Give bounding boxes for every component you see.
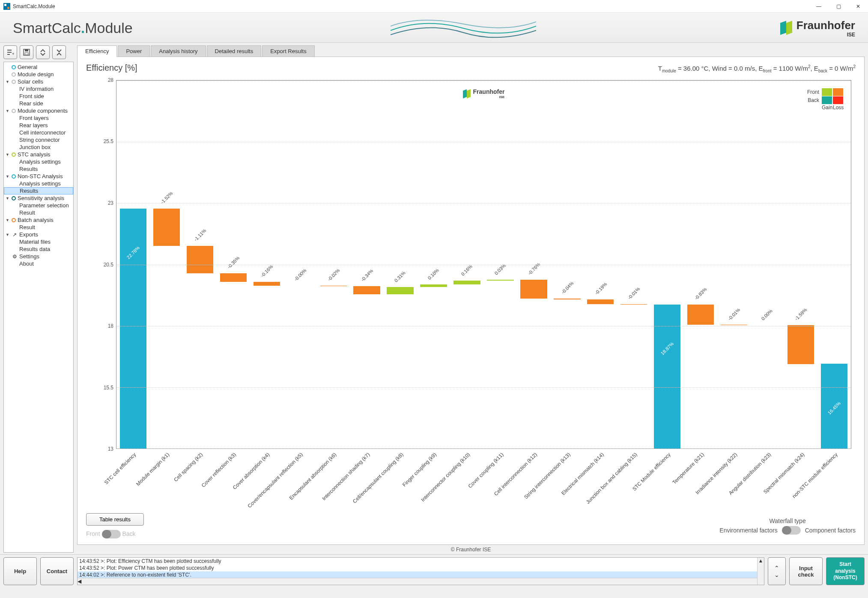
tab-analysis-history[interactable]: Analysis history (151, 45, 206, 57)
expand-all-button[interactable] (36, 45, 50, 59)
main-body: + GeneralModule design▼Solar cellsIV inf… (0, 43, 868, 554)
tab-detailed-results[interactable]: Detailed results (207, 45, 262, 57)
bar-13 (554, 299, 580, 299)
bar-value-label: 0.16% (460, 264, 473, 277)
nav-item-rear-side[interactable]: Rear side (4, 100, 73, 107)
nav-item-general[interactable]: General (4, 63, 73, 71)
nav-item-results[interactable]: Results (4, 165, 73, 173)
nav-tree[interactable]: GeneralModule design▼Solar cellsIV infor… (3, 62, 74, 553)
bar-4 (254, 282, 280, 286)
bar-value-label: -0.76% (527, 262, 541, 276)
nav-item-non-stc-analysis[interactable]: ▼Non-STC Analysis (4, 173, 73, 180)
nav-item-stc-analysis[interactable]: ▼STC analysis (4, 151, 73, 158)
bar-9 (420, 284, 447, 287)
nav-item-result[interactable]: Result (4, 224, 73, 231)
tab-power[interactable]: Power (118, 45, 150, 57)
log-panel[interactable]: 14:43:52 >: Plot: Efficiency CTM has bee… (77, 557, 764, 585)
tab-efficiency[interactable]: Efficiency (77, 45, 117, 57)
table-results-button[interactable]: Table results (86, 513, 144, 526)
nav-item-about[interactable]: About (4, 260, 73, 267)
bar-value-label: -0.35% (227, 255, 241, 269)
bar-value-label: -1.59% (794, 307, 808, 321)
bar-10 (453, 281, 480, 284)
collapse-all-button[interactable] (52, 45, 66, 59)
nav-item-rear-layers[interactable]: Rear layers (4, 122, 73, 129)
nav-item-result[interactable]: Result (4, 209, 73, 216)
status-bar: Help Contact 14:43:52 >: Plot: Efficienc… (0, 554, 868, 588)
minimize-button[interactable]: — (809, 0, 829, 13)
nav-item-material-files[interactable]: Material files (4, 238, 73, 245)
close-button[interactable]: ✕ (848, 0, 868, 13)
svg-text:+: + (12, 51, 14, 56)
contact-button[interactable]: Contact (40, 557, 74, 585)
bar-value-label: -0.83% (694, 287, 708, 301)
log-scrollbar-h[interactable]: ◀ (78, 578, 757, 585)
nav-item-results-data[interactable]: Results data (4, 245, 73, 253)
svg-rect-3 (7, 50, 12, 51)
bar-20 (787, 325, 814, 364)
nav-item-parameter-selection[interactable]: Parameter selection (4, 202, 73, 209)
nav-item-iv-information[interactable]: IV information (4, 85, 73, 93)
sidebar: + GeneralModule design▼Solar cellsIV inf… (0, 43, 75, 554)
tab-bar: EfficiencyPowerAnalysis historyDetailed … (77, 45, 865, 57)
bar-value-label: -0.19% (594, 281, 608, 296)
chart-conditions: Tmodule = 36.00 °C, Wind = 0.0 m/s, Efro… (658, 64, 856, 73)
start-analysis-button[interactable]: Start analysis (NonSTC) (826, 557, 865, 585)
bar-3 (220, 273, 247, 282)
log-scrollbar-v[interactable]: ▲ (757, 558, 764, 585)
nav-item-batch-analysis[interactable]: ▼Batch analysis (4, 216, 73, 224)
nav-item-solar-cells[interactable]: ▼Solar cells (4, 78, 73, 85)
nav-item-settings[interactable]: ⚙Settings (4, 253, 73, 260)
fraunhofer-logo: FraunhoferISE (780, 19, 855, 37)
main-panel: EfficiencyPowerAnalysis historyDetailed … (75, 43, 868, 554)
bar-2 (187, 246, 213, 273)
log-line: 14:43:52 >: Plot: Power CTM has been plo… (78, 565, 764, 571)
list-plus-button[interactable]: + (3, 45, 17, 59)
nav-item-cell-interconnector[interactable]: Cell interconnector (4, 129, 73, 136)
nav-item-sensitivity-analysis[interactable]: ▼Sensitivity analysis (4, 194, 73, 202)
help-button[interactable]: Help (3, 557, 37, 585)
log-line: 14:44:02 >: Reference to non-existent fi… (78, 571, 764, 578)
input-check-button[interactable]: Input check (789, 557, 823, 585)
svg-rect-4 (7, 52, 12, 53)
bar-14 (587, 299, 614, 304)
svg-rect-9 (25, 53, 28, 55)
nav-item-junction-box[interactable]: Junction box (4, 144, 73, 151)
waterfall-type-toggle[interactable] (782, 526, 801, 535)
tab-export-results[interactable]: Export Results (262, 45, 315, 57)
nav-item-module-design[interactable]: Module design (4, 71, 73, 78)
app-header: SmartCalc.Module FraunhoferISE (0, 13, 868, 43)
tab-content: Efficiency [%] Tmodule = 36.00 °C, Wind … (77, 57, 865, 545)
plot-area: FraunhoferISE Front Back GainLoss 22.78%… (116, 80, 851, 449)
bar-value-label: -0.16% (260, 264, 274, 278)
chart-title: Efficiency [%] (86, 63, 137, 73)
nav-item-results[interactable]: Results (4, 187, 73, 194)
save-button[interactable] (20, 45, 33, 59)
nav-item-analysis-settings[interactable]: Analysis settings (4, 158, 73, 165)
front-back-toggle[interactable] (102, 530, 121, 538)
nav-item-front-side[interactable]: Front side (4, 93, 73, 100)
maximize-button[interactable]: ▢ (829, 0, 848, 13)
nav-item-module-components[interactable]: ▼Module components (4, 107, 73, 114)
x-axis-labels: STC cell efficiencyModule margin (k1)Cel… (116, 450, 851, 509)
nav-item-analysis-settings[interactable]: Analysis settings (4, 180, 73, 187)
front-label: Front (86, 530, 100, 537)
bar-value-label: -0.01% (727, 307, 741, 321)
copyright: © Fraunhofer ISE (77, 545, 865, 554)
bar-12 (520, 280, 547, 299)
env-factors-label: Environmental factors (719, 527, 777, 534)
svg-rect-8 (25, 49, 28, 51)
nav-item-exports[interactable]: ▼↗Exports (4, 231, 73, 238)
y-axis: 1315.51820.52325.528 (86, 80, 116, 449)
nav-item-front-layers[interactable]: Front layers (4, 114, 73, 122)
log-nav-button[interactable]: ⌃⌄ (768, 557, 786, 585)
nav-item-string-connector[interactable]: String connector (4, 136, 73, 144)
bar-17 (687, 305, 714, 325)
bar-value-label: -0.02% (326, 268, 340, 282)
window-title: SmartCalc.Module (13, 3, 809, 9)
bar-value-label: 0.00% (761, 308, 774, 322)
header-graphic (391, 13, 536, 43)
log-line: 14:43:52 >: Plot: Efficiency CTM has bee… (78, 558, 764, 565)
bar-8 (387, 287, 413, 295)
sidebar-toolbar: + (3, 45, 74, 59)
